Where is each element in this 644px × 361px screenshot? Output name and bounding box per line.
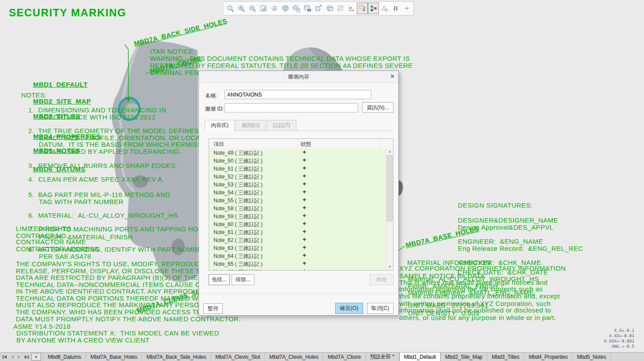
layer-item-row[interactable]: Note_60 ( 三維註記 )+ (209, 220, 386, 228)
dialog-title: 圖層內容 (288, 73, 309, 81)
layer-item-row[interactable]: Note_50 ( 三維註記 )+ (209, 156, 386, 164)
view-manager-icon[interactable] (302, 3, 313, 14)
annotation-text: with written permission of XYZ Corporati… (399, 300, 551, 307)
tolerance-block: X.X+-0.1X.XX+-0.01X.XXX+-0.001ANG.+-0.5 (604, 328, 634, 349)
layer-item-row[interactable]: Note_49 ( 三維註記 )+ (209, 149, 386, 156)
annotation-text: CONTRACTOR NAME (16, 238, 86, 245)
scroll-down-icon[interactable]: ▼ (386, 264, 393, 270)
model-tab-mbd7a-clevis-holes[interactable]: Mbd7A_Clevis_Holes (265, 353, 323, 361)
add-tab-button[interactable]: + (31, 353, 41, 361)
dialog-titlebar[interactable]: 圖層內容 × (199, 71, 398, 83)
tab-contents[interactable]: 內容(E) (205, 120, 235, 131)
model-tab-mbd1-default[interactable]: Mbd1_Default (399, 353, 441, 361)
layer-item-row[interactable]: Note_62 ( 三維註記 )+ (209, 236, 386, 244)
model-tab-mbd7a-cbore[interactable]: Mbd7A_Cbore (323, 353, 366, 361)
refit-icon[interactable] (225, 3, 236, 14)
exclude-button[interactable]: 排除... (232, 274, 255, 285)
annotation-text: MUST ALSO REPRODUCE THE MARKINGS. ANY PE… (16, 301, 204, 308)
model-tab-mbd7a-clevis-slot[interactable]: Mbd7A_Clevis_Slot (211, 353, 265, 361)
layer-items-table: 項目 狀態 Note_49 ( 三維註記 )+Note_50 ( 三維註記 )+… (209, 138, 393, 271)
perspective-icon[interactable] (324, 3, 335, 14)
layer-item-label: Note_55 ( 三維註記 ) (213, 197, 262, 205)
model-tab-mbd7a-base-holes[interactable]: Mbd7A_Base_Holes (86, 353, 142, 361)
layer-item-row[interactable]: Note_59 ( 三維註記 )+ (209, 212, 386, 220)
previous-tab-icon[interactable] (10, 355, 14, 359)
layer-item-row[interactable]: Note_55 ( 三維註記 )+ (209, 196, 386, 204)
shading-style-icon[interactable] (269, 3, 280, 14)
layer-item-label: Note_59 ( 三維註記 ) (213, 213, 262, 220)
model-tab-mbd7a-back-side-holes[interactable]: Mbd7A_Back_Side_Holes (142, 353, 211, 361)
annotation-text: ITAR NOTICE: (150, 48, 195, 55)
layer-item-row[interactable]: Note_52 ( 三維註記 )+ (209, 172, 386, 180)
layer-item-label: Note_62 ( 三維註記 ) (213, 237, 262, 244)
layer-item-row[interactable]: Note_63 ( 三維註記 )+ (209, 244, 386, 252)
model-tab-mbd5-notes[interactable]: Mbd5_Notes (573, 353, 611, 361)
layer-item-label: Note_54 ( 三維註記 ) (213, 189, 262, 197)
cancel-button[interactable]: 取消(C) (367, 303, 393, 314)
scroll-up-icon[interactable]: ▲ (386, 149, 393, 155)
layer-item-row[interactable]: Note_51 ( 三維註記 )+ (209, 164, 386, 172)
pause-button[interactable]: 暫停 (203, 303, 223, 314)
layer-item-status-plus-icon: + (303, 220, 306, 227)
layer-item-label: Note_65 ( 三維註記 ) (213, 261, 262, 268)
annotation-text: 6. MATERIAL: AL-CU_ALLOY_WROUGHT_HS (28, 212, 178, 219)
include-button[interactable]: 包括... (209, 274, 230, 285)
layer-item-row[interactable]: Note_65 ( 三維註記 )+ (209, 260, 386, 268)
model-tab-mbd3-titles[interactable]: Mbd3_Titles (487, 353, 524, 361)
annotation-text: SAMPLE NOTICE for DATA (399, 272, 485, 279)
annotation-text: ACCORDANCE WITH ISO 1101:2012 (39, 114, 156, 120)
state-label-mbd7a-back-side-holes[interactable]: MBD7A_BACK_SIDE_HOLES (133, 18, 228, 47)
first-tab-icon[interactable] (3, 355, 7, 359)
model-tab-bar: + Mbd6_DatumsMbd7A_Base_HolesMbd7A_Back_… (0, 352, 644, 361)
annotation-text: THE COMPANY'S RIGHTS TO USE, MODIFY, REP… (16, 261, 205, 267)
model-tab-mbd2-site-map[interactable]: Mbd2_Site_Map (441, 353, 487, 361)
display-style-icon[interactable] (280, 3, 291, 14)
repaint-icon[interactable] (258, 3, 269, 14)
annotation-create-icon[interactable] (313, 3, 324, 14)
layer-item-label: Note_64 ( 三維註記 ) (213, 253, 262, 260)
ok-button[interactable]: 確定(O) (335, 303, 363, 314)
layer-item-row[interactable]: Note_58 ( 三維註記 )+ (209, 204, 386, 212)
annotation-text: DESIGN SIGNATURES: (458, 202, 532, 208)
table-header: 項目 狀態 (209, 139, 393, 149)
column-divider[interactable] (298, 139, 298, 149)
zoom-in-icon[interactable] (236, 3, 247, 14)
column-divider[interactable] (379, 139, 380, 149)
annotation-display-toggle[interactable] (357, 3, 368, 14)
annotation-text: BY ANYONE WITH A CREO VIEW CLIENT (16, 337, 150, 343)
state-label-mbd2-site-map[interactable]: MBD2_SITE_MAP (33, 98, 91, 104)
zoom-out-icon[interactable] (247, 3, 258, 14)
model-tab-mbd4-properties[interactable]: Mbd4_Properties (524, 353, 573, 361)
pause-icon[interactable] (390, 3, 401, 14)
scrollbar-thumb[interactable] (387, 155, 393, 221)
close-icon[interactable]: × (390, 72, 394, 80)
column-header-status[interactable]: 狀態 (300, 141, 311, 148)
model-tab-[interactable]: 預設全部 * (366, 353, 399, 361)
info-button[interactable]: 資訊(N)... (362, 102, 393, 113)
tab-rules[interactable]: 規則(U) (236, 120, 266, 131)
next-tab-icon[interactable] (17, 355, 21, 359)
datum-display-icon[interactable] (335, 3, 346, 14)
layer-item-row[interactable]: Note_61 ( 三維註記 )+ (209, 228, 386, 236)
layer-item-row[interactable]: Note_64 ( 三維註記 )+ (209, 252, 386, 260)
model-tab-mbd6-datums[interactable]: Mbd6_Datums (43, 353, 86, 361)
layer-item-status-plus-icon: + (303, 228, 306, 235)
column-header-item[interactable]: 項目 (213, 141, 224, 148)
layer-item-label: Note_50 ( 三維註記 ) (213, 157, 262, 165)
layer-item-row[interactable]: Note_53 ( 三維註記 )+ (209, 180, 386, 188)
last-tab-icon[interactable] (24, 355, 29, 359)
layer-item-label: Note_49 ( 三維註記 ) (213, 149, 262, 157)
layer-item-row[interactable]: Note_66 ( 三維註記 )+ (209, 268, 386, 270)
saved-views-icon[interactable] (291, 3, 302, 14)
layer-item-status-plus-icon: + (303, 244, 306, 251)
list-scrollbar[interactable]: ▲ ▼ (386, 149, 393, 270)
layer-item-row[interactable]: Note_54 ( 三維註記 )+ (209, 188, 386, 196)
annotation-text: ESTABLISHED BY APPLIED TOLERANCING. (39, 148, 181, 155)
state-label-mbd1-default[interactable]: MBD1_DEFAULT (33, 81, 88, 88)
layer-id-input[interactable] (225, 103, 358, 112)
axis-display-icon[interactable] (346, 3, 357, 14)
state-label-mbd6-datums[interactable]: MBD6_DATUMS (33, 166, 85, 172)
spin-center-toggle[interactable] (368, 3, 379, 14)
name-input[interactable] (225, 90, 371, 99)
tab-notes[interactable]: 註記(T) (267, 120, 296, 131)
